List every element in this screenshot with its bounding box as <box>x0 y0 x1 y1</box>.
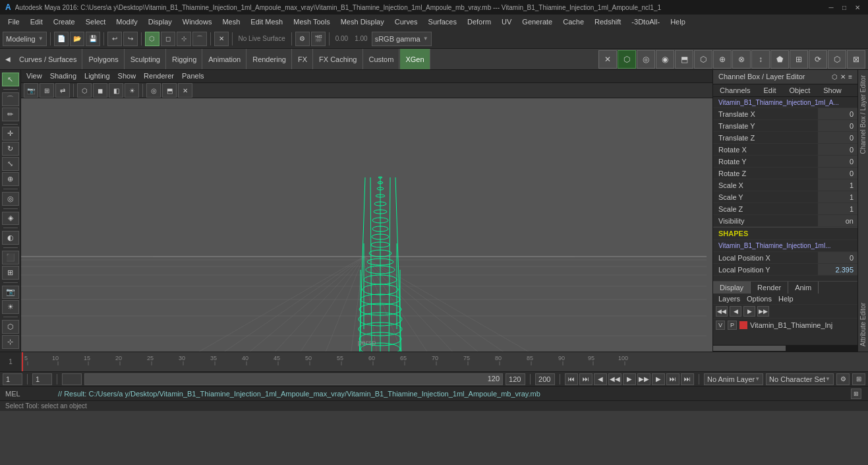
close-button[interactable]: ✕ <box>852 2 863 13</box>
menu-uv[interactable]: UV <box>496 16 517 27</box>
cb-tab-show[interactable]: Show <box>817 84 848 96</box>
range-end2-field[interactable]: 200 <box>535 373 555 385</box>
grid-btn[interactable]: ⊞ <box>2 266 19 280</box>
shelf-icon-4[interactable]: ⬒ <box>675 50 693 69</box>
render-settings-btn[interactable]: ⚙ <box>295 32 310 46</box>
shelf-icon-5[interactable]: ⬡ <box>694 50 712 69</box>
open-scene-btn[interactable]: 📂 <box>70 32 84 46</box>
menu-redshift[interactable]: Redshift <box>589 16 626 27</box>
shelf-options-btn[interactable]: ◀ <box>3 55 13 63</box>
menu-help[interactable]: Help <box>665 16 691 27</box>
redo-btn[interactable]: ↪ <box>123 32 138 46</box>
menu-deform[interactable]: Deform <box>462 16 496 27</box>
shelf-icon-1[interactable]: ✕ <box>598 50 617 69</box>
channel-value-sz[interactable]: 1 <box>818 203 857 214</box>
shelf-tab-fx[interactable]: FX <box>293 49 313 69</box>
timeline-track[interactable]: 5 10 15 20 25 30 35 40 45 50 55 60 65 70… <box>21 352 868 371</box>
layer-menu-options[interactable]: Options <box>747 295 772 303</box>
shelf-icon-6[interactable]: ⊕ <box>713 50 732 69</box>
undo-btn[interactable]: ↩ <box>107 32 122 46</box>
menu-modify[interactable]: Modify <box>111 16 142 27</box>
vp-fit-btn[interactable]: ⊞ <box>40 83 54 98</box>
cb-tab-channels[interactable]: Channels <box>713 84 757 96</box>
shelf-icon-sel[interactable]: ⬡ <box>618 50 636 69</box>
new-scene-btn[interactable]: 📄 <box>54 32 69 46</box>
layers-btn[interactable]: ⬛ <box>2 251 19 264</box>
show-manip-btn[interactable]: ◈ <box>2 212 19 226</box>
shelf-tab-rigging[interactable]: Rigging <box>167 49 202 69</box>
channel-value-tx[interactable]: 0 <box>818 108 857 119</box>
range-start-field[interactable] <box>62 373 82 385</box>
shelf-tab-animation[interactable]: Animation <box>203 49 246 69</box>
pb-next-key-btn[interactable]: ⏭ <box>666 373 680 385</box>
light-btn[interactable]: ☀ <box>2 300 19 314</box>
menu-3dto[interactable]: -3DtoAll- <box>626 16 665 27</box>
pb-settings-btn[interactable]: ⚙ <box>836 373 850 385</box>
shelf-icon-12[interactable]: ⬡ <box>828 50 846 69</box>
vp-camera-btn[interactable]: 📷 <box>24 83 38 98</box>
pb-play-back-btn[interactable]: ◀◀ <box>608 373 622 385</box>
snap-grid-btn[interactable]: ⊹ <box>177 32 191 46</box>
vp-isolate-btn[interactable]: ◎ <box>146 83 161 98</box>
menu-mesh[interactable]: Mesh <box>217 16 245 27</box>
vp-wireframe-btn[interactable]: ⬡ <box>77 83 92 98</box>
current-frame-field[interactable]: 1 <box>3 373 22 385</box>
channel-value-rz[interactable]: 0 <box>818 168 857 179</box>
vp-menu-shading[interactable]: Shading <box>50 72 76 80</box>
xray-btn[interactable]: ✕ <box>214 32 229 46</box>
status-icon[interactable]: ⊞ <box>851 388 861 399</box>
vp-menu-renderer[interactable]: Renderer <box>144 72 174 80</box>
layer-visibility-toggle[interactable]: V <box>716 321 725 330</box>
range-end-field[interactable]: 120 <box>506 373 525 385</box>
vp-smooth-btn[interactable]: ◼ <box>93 83 107 98</box>
lasso-tool-btn[interactable]: ⌒ <box>2 92 19 106</box>
mode-dropdown[interactable]: Modeling▼ <box>3 32 47 46</box>
anim-layer-dropdown[interactable]: No Anim Layer▼ <box>704 373 763 385</box>
channel-value-rx[interactable]: 0 <box>818 144 857 155</box>
channel-value-sy[interactable]: 1 <box>818 191 857 202</box>
camera-btn[interactable]: 📷 <box>2 286 19 299</box>
pb-back-btn[interactable]: ◀ <box>594 373 607 385</box>
select-by-component-btn[interactable]: ◻ <box>161 32 175 46</box>
pb-play-btn[interactable]: ▶ <box>623 373 636 385</box>
layer-forward-btn[interactable]: ▶▶ <box>757 306 769 317</box>
shelf-tab-curves[interactable]: Curves / Surfaces <box>14 49 82 69</box>
shelf-icon-8[interactable]: ↕ <box>751 50 770 69</box>
pb-prev-key-btn[interactable]: ⏭ <box>579 373 593 385</box>
vp-menu-view[interactable]: View <box>26 72 42 80</box>
vp-flat-btn[interactable]: ◧ <box>109 83 123 98</box>
minimize-button[interactable]: ─ <box>826 2 836 13</box>
pb-go-end-btn[interactable]: ⏭ <box>681 373 694 385</box>
soft-mod-btn[interactable]: ◎ <box>2 192 19 206</box>
layer-color-swatch[interactable] <box>739 321 747 329</box>
paint-sel-btn[interactable]: ✏ <box>2 108 19 121</box>
select-tool-btn[interactable]: ↖ <box>2 73 19 86</box>
pb-play-forward-btn[interactable]: ▶▶ <box>637 373 651 385</box>
layer-backward-btn[interactable]: ◀◀ <box>716 306 728 317</box>
snap-curve-btn[interactable]: ⌒ <box>192 32 207 46</box>
cb-close-btn[interactable]: ✕ <box>840 73 846 80</box>
pb-step-fwd-btn[interactable]: ▶ <box>652 373 665 385</box>
cb-tab-object[interactable]: Object <box>782 84 817 96</box>
shelf-icon-9[interactable]: ⬟ <box>770 50 789 69</box>
shelf-icon-3[interactable]: ◉ <box>656 50 674 69</box>
pb-options-btn[interactable]: ⊞ <box>852 373 865 385</box>
layer-tab-display[interactable]: Display <box>713 282 751 294</box>
cb-menu-btn[interactable]: ≡ <box>848 73 852 80</box>
attr-strip-label2[interactable]: Attribute Editor <box>859 297 867 352</box>
maximize-button[interactable]: □ <box>839 2 850 13</box>
layer-tab-render[interactable]: Render <box>751 282 788 294</box>
vp-light-btn[interactable]: ☀ <box>125 83 139 98</box>
shelf-icon-10[interactable]: ⊞ <box>790 50 808 69</box>
render-btn[interactable]: 🎬 <box>311 32 326 46</box>
transform-tool-btn[interactable]: ⊕ <box>2 172 19 186</box>
pb-go-start-btn[interactable]: ⏮ <box>565 373 578 385</box>
menu-create[interactable]: Create <box>48 16 80 27</box>
panel-scrollbar-thumb[interactable] <box>713 346 786 351</box>
obj-display-btn[interactable]: ⬡ <box>2 320 19 334</box>
menu-file[interactable]: File <box>3 16 25 27</box>
channel-value-sx[interactable]: 1 <box>818 179 857 191</box>
vp-xray-btn[interactable]: ✕ <box>178 83 192 98</box>
layer-menu-layers[interactable]: Layers <box>718 295 740 303</box>
vp-menu-show[interactable]: Show <box>118 72 136 80</box>
